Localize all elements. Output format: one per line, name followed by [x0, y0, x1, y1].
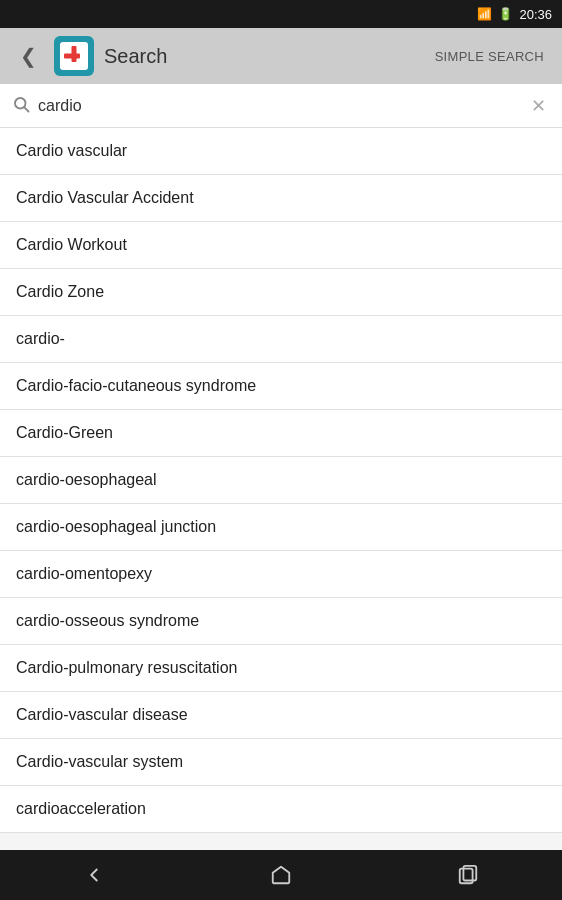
result-item[interactable]: Cardio Zone — [0, 269, 562, 316]
result-item[interactable]: Cardio-facio-cutaneous syndrome — [0, 363, 562, 410]
result-item[interactable]: Cardio-Green — [0, 410, 562, 457]
result-item[interactable]: Cardio-vascular system — [0, 739, 562, 786]
search-bar: ✕ — [0, 84, 562, 128]
result-item[interactable]: cardio-omentopexy — [0, 551, 562, 598]
result-item[interactable]: cardio-oesophageal — [0, 457, 562, 504]
status-bar: 📶 🔋 20:36 — [0, 0, 562, 28]
search-icon — [12, 95, 30, 117]
result-item[interactable]: cardio- — [0, 316, 562, 363]
back-nav-button[interactable] — [64, 855, 124, 895]
svg-line-1 — [24, 107, 28, 111]
simple-search-button[interactable]: SIMPLE SEARCH — [429, 45, 550, 68]
app-icon — [54, 36, 94, 76]
status-time: 20:36 — [519, 7, 552, 22]
clear-button[interactable]: ✕ — [526, 94, 550, 118]
app-icon-inner — [60, 42, 88, 70]
result-item[interactable]: cardio-osseous syndrome — [0, 598, 562, 645]
result-item[interactable]: Cardio-vascular disease — [0, 692, 562, 739]
wifi-icon: 📶 — [477, 7, 492, 21]
status-icons: 📶 🔋 20:36 — [477, 7, 552, 22]
app-bar: ❮ Search SIMPLE SEARCH — [0, 28, 562, 84]
result-item[interactable]: Cardio vascular — [0, 128, 562, 175]
cross-vertical — [72, 46, 77, 62]
back-button[interactable]: ❮ — [12, 40, 44, 72]
result-item[interactable]: cardio-oesophageal junction — [0, 504, 562, 551]
result-item[interactable]: Cardio Vascular Accident — [0, 175, 562, 222]
results-list: Cardio vascularCardio Vascular AccidentC… — [0, 128, 562, 850]
result-item[interactable]: Cardio-pulmonary resuscitation — [0, 645, 562, 692]
result-item[interactable]: Cardio Workout — [0, 222, 562, 269]
search-input[interactable] — [38, 97, 518, 115]
app-title: Search — [104, 45, 419, 68]
nav-bar — [0, 850, 562, 900]
recents-nav-button[interactable] — [438, 855, 498, 895]
result-item[interactable]: cardioacceleration — [0, 786, 562, 833]
home-nav-button[interactable] — [251, 855, 311, 895]
cross-icon — [64, 46, 84, 66]
battery-icon: 🔋 — [498, 7, 513, 21]
